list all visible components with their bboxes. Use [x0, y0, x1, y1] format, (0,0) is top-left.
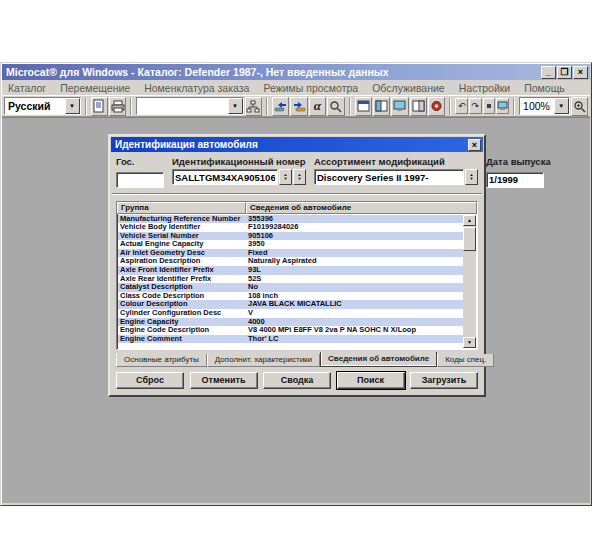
vehicle-forward-button[interactable] [290, 97, 307, 116]
marker-button[interactable] [483, 98, 496, 114]
table-row[interactable]: Class Code Description108 inch [118, 292, 463, 301]
table-row[interactable]: Axle Rear Identifier Prefix52S [118, 275, 463, 284]
menu-catalog[interactable]: Каталог [8, 82, 46, 94]
row-label: Air Inlet Geometry Desc [118, 249, 246, 258]
gos-input[interactable] [116, 172, 164, 188]
table-row[interactable]: Engine CommentThor' LC [118, 335, 463, 344]
window-single-icon [357, 100, 370, 112]
workspace: Идентификация автомобиля × Гос. Идентифи… [2, 117, 590, 503]
range-input[interactable] [314, 169, 464, 185]
table-row[interactable]: Engine Code DescriptionV8 4000 MPi E8FF … [118, 326, 463, 335]
row-label: Aspiration Description [118, 257, 246, 266]
date-label: Дата выпуска [486, 156, 551, 167]
scrollbar-thumb[interactable] [463, 227, 476, 251]
table-row[interactable]: Aspiration DescriptionNaturally Aspirate… [118, 257, 463, 266]
chevron-down-icon[interactable]: ▼ [554, 98, 569, 114]
menu-service[interactable]: Обслуживание [372, 82, 445, 94]
table-row[interactable]: Catalyst DescriptionNo [118, 283, 463, 292]
row-label: Colour Description [118, 300, 246, 309]
tab-vehicle-details[interactable]: Сведения об автомобиле [320, 352, 437, 367]
row-label: Vehicle Serial Number [118, 232, 246, 241]
reset-button[interactable]: Сброс [116, 372, 184, 389]
vertical-scrollbar[interactable]: ▲ ▼ [463, 215, 476, 348]
dialog-tabs: Основные атрибуты Дополнит. характеристи… [116, 352, 478, 367]
table-row[interactable]: Cylinder Configuration DescV [118, 309, 463, 318]
table-row[interactable]: Actual Engine Capacity3950 [118, 240, 463, 249]
table-row[interactable]: Axle Front Identifier Prefix93L [118, 266, 463, 275]
language-combo[interactable]: Русский ▼ [4, 97, 81, 115]
menu-help[interactable]: Помощь [524, 82, 565, 94]
vehicle-back-icon [273, 100, 288, 112]
zoom-combo[interactable]: 100% ▼ [519, 97, 570, 115]
tab-main-attributes[interactable]: Основные атрибуты [116, 354, 207, 367]
app-window: Microcat® для Windows - Каталог: Defende… [0, 62, 592, 506]
column-header-details[interactable]: Сведения об автомобиле [246, 202, 477, 214]
row-label: Catalyst Description [118, 283, 246, 292]
table-row[interactable]: Vehicle Body IdentifierF10199284026 [118, 223, 463, 232]
scroll-up-icon[interactable]: ▲ [463, 215, 476, 226]
dialog-close-icon[interactable]: × [468, 139, 481, 151]
hierarchy-button[interactable] [245, 97, 262, 116]
row-value: JAVA BLACK MICATALLIC [246, 300, 463, 309]
date-input[interactable] [486, 172, 544, 188]
chevron-down-icon[interactable]: ▼ [65, 98, 80, 114]
window-single-button[interactable] [355, 97, 372, 116]
vehicle-forward-icon [292, 100, 307, 112]
redo-button[interactable]: ↷ [469, 98, 482, 114]
table-row[interactable]: Air Inlet Geometry DescFixed [118, 249, 463, 258]
menu-order-list[interactable]: Номенклатура заказа [144, 82, 249, 94]
cancel-button[interactable]: Отменить [190, 372, 258, 389]
alpha-index-button[interactable]: α [309, 97, 326, 116]
column-header-group[interactable]: Группа [117, 202, 246, 214]
tab-spec-codes[interactable]: Коды спец. [437, 354, 494, 367]
search-button-dialog[interactable]: Поиск [337, 372, 405, 389]
search-button[interactable] [327, 97, 344, 116]
vehicle-back-button[interactable] [272, 97, 289, 116]
table-row[interactable]: Engine Capacity4000 [118, 318, 463, 327]
vin-label: Идентификационный номер ав [172, 156, 306, 167]
window-split-button[interactable] [373, 97, 390, 116]
range-spin-button[interactable]: ▲▼ [465, 169, 478, 185]
close-button[interactable]: × [573, 66, 588, 79]
vin-spin-button[interactable]: ▲▼ [279, 169, 292, 185]
table-row[interactable]: Manufacturing Reference Number355396 [118, 215, 463, 224]
window-title-bar: Microcat® для Windows - Каталог: Defende… [2, 64, 590, 80]
toolbar-separator [85, 98, 87, 115]
zoom-in-button[interactable] [571, 97, 588, 116]
print-button[interactable] [109, 97, 126, 116]
scroll-down-icon[interactable]: ▼ [463, 337, 476, 348]
screen-button[interactable] [496, 98, 509, 114]
row-value: F10199284026 [246, 223, 463, 232]
gos-label: Гос. [116, 156, 164, 167]
vin-input[interactable] [172, 169, 278, 185]
row-value: V8 4000 MPi E8FF V8 2va P NA SOHC N X/Lo… [246, 326, 463, 335]
window-monitor-button[interactable] [391, 97, 408, 116]
menu-settings[interactable]: Настройки [459, 82, 511, 94]
window-title: Microcat® для Windows - Каталог: Defende… [6, 66, 540, 78]
range-label: Ассортимент модификаций [314, 156, 478, 167]
summary-button[interactable]: Сводка [263, 372, 331, 389]
zoom-in-icon [573, 100, 586, 113]
maximize-button[interactable]: ❐ [557, 66, 572, 79]
table-row[interactable]: Vehicle Serial Number905106 [118, 232, 463, 241]
table-row[interactable]: Colour DescriptionJAVA BLACK MICATALLIC [118, 300, 463, 309]
zoom-combo-value: 100% [520, 100, 554, 112]
dialog-title-bar: Идентификация автомобиля × [111, 137, 483, 152]
parts-button[interactable] [428, 97, 445, 116]
menu-view-modes[interactable]: Режимы просмотра [263, 82, 358, 94]
vin-history-button[interactable]: ▲▼ [293, 169, 306, 185]
load-button[interactable]: Загрузить [410, 372, 478, 389]
field-vin: Идентификационный номер ав ▲▼ ▲▼ [172, 156, 306, 188]
row-label: Engine Comment [118, 335, 246, 344]
row-value: 52S [246, 275, 463, 284]
chevron-down-icon[interactable]: ▼ [228, 98, 243, 114]
page-preview-button[interactable] [91, 97, 108, 116]
menu-navigation[interactable]: Перемещение [60, 82, 130, 94]
window-half-button[interactable] [410, 97, 427, 116]
identification-fields: Гос. Идентификационный номер ав ▲▼ ▲▼ Ас… [110, 153, 484, 193]
search-icon [329, 100, 342, 113]
undo-button[interactable]: ↶ [455, 98, 468, 114]
model-combo[interactable]: ▼ [136, 97, 243, 115]
tab-additional-characteristics[interactable]: Дополнит. характеристики [207, 354, 320, 367]
minimize-button[interactable]: _ [541, 66, 556, 79]
